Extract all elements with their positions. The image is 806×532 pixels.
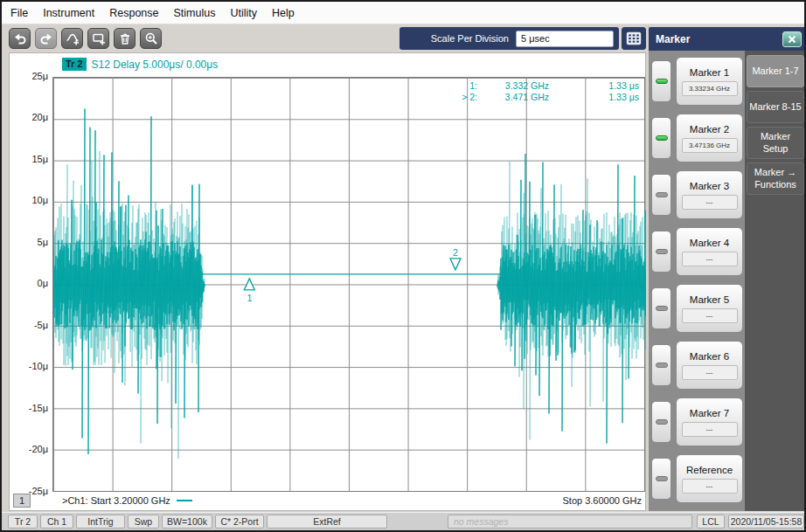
- tab-marker-setup[interactable]: Marker Setup: [747, 127, 804, 159]
- led-indicator: [656, 363, 668, 368]
- menu-response[interactable]: Response: [109, 7, 158, 19]
- delete-icon: [118, 31, 132, 45]
- y-tick: -20μ: [10, 444, 48, 454]
- status-sweep: Swp: [128, 515, 159, 529]
- led-indicator: [656, 192, 668, 197]
- trace-waveform: 12: [53, 78, 646, 493]
- menu-utility[interactable]: Utility: [230, 7, 257, 19]
- trace-title: Tr 2 S12 Delay 5.000μs/ 0.00μs: [62, 58, 218, 71]
- led-indicator: [656, 249, 668, 254]
- marker-7-led-button[interactable]: [651, 401, 671, 443]
- marker-panel: Marker Marker 13.33234 GHz Marker 23.471…: [649, 27, 806, 511]
- tab-marker-functions[interactable]: Marker → Functions: [747, 162, 804, 195]
- marker-tab-column: Marker 1-7 Marker 8-15 Marker Setup Mark…: [745, 51, 806, 511]
- menu-instrument[interactable]: Instrument: [43, 7, 94, 19]
- marker-7-button[interactable]: Marker 7---: [676, 397, 743, 446]
- channel-badge[interactable]: 1: [13, 494, 31, 508]
- trace-color-sample: [177, 500, 192, 501]
- delete-button[interactable]: [114, 28, 135, 49]
- status-cal: C* 2-Port: [215, 515, 264, 529]
- reference-led-button[interactable]: [651, 458, 671, 500]
- start-frequency-text: >Ch1: Start 3.20000 GHz: [62, 495, 170, 506]
- marker-1-symbol: [244, 279, 254, 290]
- marker-2-symbol: [450, 259, 461, 270]
- close-icon: [788, 35, 796, 44]
- marker-5-row: Marker 5---: [651, 284, 745, 333]
- y-tick: 5μ: [10, 237, 48, 247]
- marker-4-led-button[interactable]: [651, 231, 671, 273]
- zoom-button[interactable]: [140, 28, 162, 49]
- redo-icon: [39, 31, 53, 45]
- redo-button[interactable]: [35, 28, 57, 49]
- keypad-icon: [626, 31, 642, 45]
- marker-2-flag-label: 2: [453, 247, 458, 258]
- sweep-start-label: >Ch1: Start 3.20000 GHz: [62, 495, 192, 506]
- zoom-in-icon: [144, 31, 158, 45]
- marker-2-led-button[interactable]: [651, 117, 671, 159]
- led-indicator: [656, 419, 668, 425]
- marker-3-button[interactable]: Marker 3---: [676, 170, 743, 219]
- tab-marker-1-7[interactable]: Marker 1-7: [747, 55, 804, 87]
- scale-per-division-input[interactable]: [516, 31, 614, 47]
- status-trace: Tr 2: [8, 515, 38, 529]
- status-channel: Ch 1: [40, 515, 73, 529]
- menu-stimulus[interactable]: Stimulus: [174, 7, 216, 19]
- marker-1-led-button[interactable]: [651, 60, 671, 102]
- menu-file[interactable]: File: [10, 7, 28, 19]
- marker-panel-header: Marker: [649, 27, 806, 51]
- led-indicator: [656, 135, 668, 141]
- chart-area: Tr 2 S12 Delay 5.000μs/ 0.00μs 25μ 20μ 1…: [9, 52, 646, 511]
- scale-per-division-label: Scale Per Division: [431, 33, 509, 44]
- y-tick: -15μ: [10, 403, 48, 413]
- marker-1-readout: 1: 3.332 GHz 1.33 μs: [454, 80, 639, 92]
- new-window-icon: [92, 31, 106, 45]
- status-mode: LCL: [697, 515, 725, 529]
- trace-badge[interactable]: Tr 2: [62, 58, 87, 71]
- new-window-button[interactable]: [87, 28, 109, 49]
- undo-button[interactable]: [9, 28, 31, 49]
- led-indicator: [656, 476, 668, 481]
- y-tick: 15μ: [10, 154, 48, 164]
- toolbar: Scale Per Division: [2, 24, 649, 52]
- marker-5-button[interactable]: Marker 5---: [676, 284, 743, 333]
- y-tick: 10μ: [10, 195, 48, 205]
- marker-6-led-button[interactable]: [651, 344, 671, 386]
- marker-7-row: Marker 7---: [651, 397, 745, 446]
- marker-4-row: Marker 4---: [651, 227, 745, 276]
- marker-3-led-button[interactable]: [651, 174, 671, 216]
- marker-6-row: Marker 6---: [651, 341, 745, 390]
- marker-2-row: Marker 23.47136 GHz: [651, 114, 745, 162]
- y-tick: 0μ: [10, 278, 48, 288]
- marker-list: Marker 13.33234 GHz Marker 23.47136 GHz …: [649, 51, 745, 511]
- tab-marker-8-15[interactable]: Marker 8-15: [747, 91, 804, 123]
- reference-button[interactable]: Reference---: [676, 454, 743, 503]
- scale-per-division-bar: Scale Per Division: [400, 27, 646, 50]
- add-trace-button[interactable]: [61, 28, 83, 49]
- marker-1-flag-label: 1: [247, 293, 252, 303]
- plot-grid[interactable]: 12 1: 3.332 GHz 1.33 μs > 2: 3.471 GHz 1…: [52, 77, 645, 492]
- close-panel-button[interactable]: [782, 31, 802, 47]
- status-datetime: 2020/11/05-15:58: [728, 515, 804, 529]
- marker-panel-title: Marker: [649, 33, 690, 45]
- led-indicator: [656, 79, 668, 84]
- trace-title-text: S12 Delay 5.000μs/ 0.00μs: [92, 59, 219, 71]
- status-bar: Tr 2 Ch 1 IntTrig Swp BW=100k C* 2-Port …: [2, 512, 804, 530]
- marker-1-button[interactable]: Marker 13.33234 GHz: [676, 57, 743, 106]
- marker-3-row: Marker 3---: [651, 170, 745, 219]
- keypad-button[interactable]: [622, 27, 646, 50]
- y-tick: -10μ: [10, 361, 48, 371]
- status-bandwidth: BW=100k: [162, 515, 212, 529]
- led-indicator: [656, 306, 668, 311]
- marker-6-button[interactable]: Marker 6---: [676, 341, 743, 390]
- marker-2-button[interactable]: Marker 23.47136 GHz: [676, 114, 743, 162]
- status-extref: ExtRef: [267, 515, 387, 529]
- marker-1-row: Marker 13.33234 GHz: [651, 57, 745, 106]
- marker-2-readout: > 2: 3.471 GHz 1.33 μs: [454, 92, 639, 103]
- y-tick: 25μ: [10, 71, 48, 81]
- add-trace-icon: [66, 31, 80, 45]
- undo-icon: [13, 31, 27, 45]
- menu-help[interactable]: Help: [272, 7, 295, 19]
- marker-4-button[interactable]: Marker 4---: [676, 227, 743, 276]
- marker-5-led-button[interactable]: [651, 287, 671, 329]
- marker-readout: 1: 3.332 GHz 1.33 μs > 2: 3.471 GHz 1.33…: [454, 80, 639, 103]
